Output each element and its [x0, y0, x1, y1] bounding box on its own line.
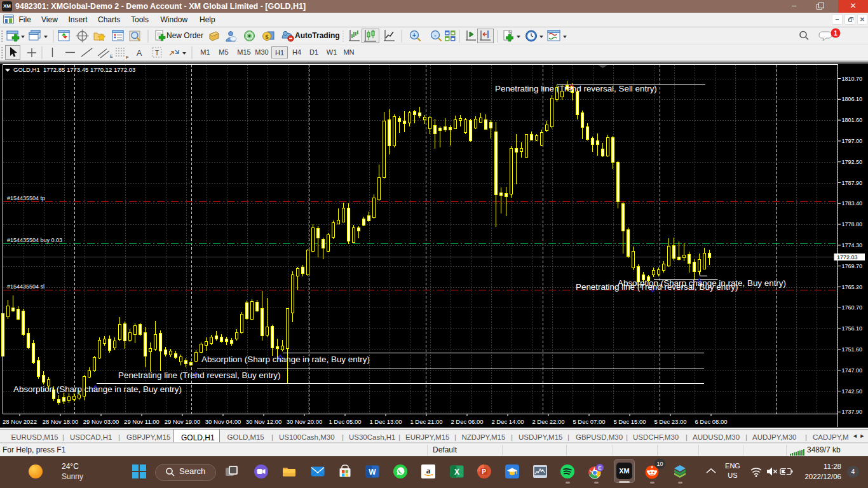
svg-text:2 Dec 06:00: 2 Dec 06:00 [451, 418, 483, 425]
svg-text:5 Dec 23:00: 5 Dec 23:00 [654, 418, 686, 425]
svg-text:28 Nov 2022: 28 Nov 2022 [3, 418, 37, 425]
svg-text:1765.20: 1765.20 [842, 284, 863, 290]
svg-text:F: F [126, 55, 128, 60]
svg-text:1772.03: 1772.03 [837, 254, 858, 261]
svg-text:2 Dec 22:00: 2 Dec 22:00 [532, 418, 564, 425]
svg-text:1769.70: 1769.70 [842, 263, 863, 269]
svg-text:1783.40: 1783.40 [842, 200, 863, 207]
svg-text:#154435504 buy 0.03: #154435504 buy 0.03 [7, 237, 62, 243]
svg-text:1806.10: 1806.10 [842, 96, 863, 102]
svg-text:1: 1 [834, 30, 837, 37]
svg-text:1737.90: 1737.90 [842, 409, 863, 415]
svg-text:a: a [426, 466, 431, 475]
svg-text:1751.60: 1751.60 [842, 346, 863, 353]
svg-text:GOLD,H1 1772.85 1773.45 1770.: GOLD,H1 1772.85 1773.45 1770.12 1772.03 [13, 66, 135, 73]
svg-text:6 Dec 08:00: 6 Dec 08:00 [695, 418, 727, 425]
svg-text:29 Nov 03:00: 29 Nov 03:00 [83, 418, 119, 425]
svg-text:E: E [598, 465, 602, 471]
svg-text:28 Nov 18:00: 28 Nov 18:00 [43, 418, 79, 425]
svg-text:1747.00: 1747.00 [842, 367, 863, 374]
svg-text:1792.50: 1792.50 [842, 159, 863, 165]
svg-text:A: A [137, 48, 142, 58]
svg-text:Absorption (Sharp change in ra: Absorption (Sharp change in rate, Buy en… [201, 355, 370, 364]
svg-text:29 Nov 11:00: 29 Nov 11:00 [124, 418, 159, 425]
svg-text:$: $ [265, 34, 268, 40]
svg-text:29 Nov 19:00: 29 Nov 19:00 [165, 418, 201, 425]
svg-text:1742.50: 1742.50 [842, 388, 863, 395]
svg-text:2 Dec 14:00: 2 Dec 14:00 [491, 418, 524, 425]
svg-text:#154435504 tp: #154435504 tp [7, 195, 45, 201]
svg-text:+: + [412, 32, 416, 39]
svg-text:Penetrating line (Trend revers: Penetrating line (Trend reversal, Buy en… [118, 370, 281, 380]
svg-text:Penetrating line (Trend revers: Penetrating line (Trend reversal, Sell e… [495, 84, 657, 93]
svg-text:30 Nov 12:00: 30 Nov 12:00 [246, 418, 282, 425]
svg-text:5 Dec 07:00: 5 Dec 07:00 [573, 418, 605, 425]
svg-text:X: X [454, 468, 459, 477]
svg-text:Penetrating line (Trend revers: Penetrating line (Trend reversal, Buy en… [576, 282, 738, 292]
svg-text:30 Nov 20:00: 30 Nov 20:00 [287, 418, 323, 425]
svg-text:1760.70: 1760.70 [842, 304, 863, 311]
svg-text:1801.60: 1801.60 [842, 117, 863, 123]
svg-text:T: T [155, 50, 159, 57]
svg-text:1797.00: 1797.00 [842, 138, 863, 144]
svg-text:1774.30: 1774.30 [842, 242, 863, 248]
svg-text:1 Dec 21:00: 1 Dec 21:00 [410, 418, 442, 425]
svg-text:E: E [110, 54, 113, 58]
svg-text:30 Nov 04:00: 30 Nov 04:00 [205, 418, 241, 425]
svg-text:1787.90: 1787.90 [842, 180, 863, 186]
svg-text:P: P [482, 468, 486, 475]
svg-text:1810.70: 1810.70 [842, 76, 863, 82]
svg-text:Absorption (Sharp change in ra: Absorption (Sharp change in rate, Buy en… [13, 384, 182, 394]
svg-text:1 Dec 05:00: 1 Dec 05:00 [329, 418, 361, 425]
svg-text:5 Dec 15:00: 5 Dec 15:00 [613, 418, 646, 425]
svg-text:W: W [369, 468, 376, 477]
svg-text:1778.80: 1778.80 [842, 221, 863, 227]
svg-text:1756.10: 1756.10 [842, 325, 863, 332]
svg-text:1 Dec 13:00: 1 Dec 13:00 [369, 418, 402, 425]
svg-text:-: - [434, 32, 436, 39]
svg-text:#154435504 sl: #154435504 sl [7, 283, 44, 290]
